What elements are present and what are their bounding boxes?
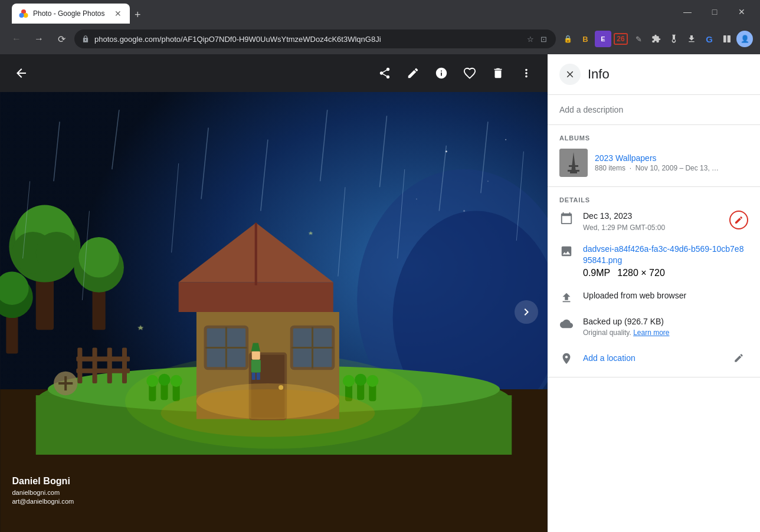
upload-detail-content: Uploaded from web browser [583,290,748,302]
svg-point-67 [343,375,355,387]
upload-source: Uploaded from web browser [583,290,748,302]
tab-strip: Photo - Google Photos ✕ + [12,0,669,24]
dimensions: 1280 × 720 [617,268,665,278]
profile-avatar[interactable]: 👤 [736,31,753,47]
close-button[interactable]: ✕ [728,0,755,24]
location-icon [559,352,574,365]
photo-time: Wed, 1:29 PM GMT-05:00 [583,224,720,232]
backup-detail-row: Backed up (926.7 KB) Original quality. L… [559,316,748,337]
album-name: 2023 Wallpapers [595,153,748,163]
more-options-button[interactable] [515,61,538,85]
file-detail-content: dadvsei-a84f426a-fa3c-49d6-b569-10cb7e89… [583,244,748,278]
cast-icon[interactable]: ⊡ [538,34,549,44]
next-photo-button[interactable] [515,300,538,324]
reload-button[interactable]: ⟳ [52,29,71,48]
extension-icon-4[interactable]: 26 [612,31,629,47]
edit-location-button[interactable] [729,349,748,367]
browser-frame: Photo - Google Photos ✕ + — □ ✕ ← → ⟳ ph… [0,0,760,532]
share-button[interactable] [373,61,397,85]
extension-icon-2[interactable]: B [577,31,594,47]
back-button[interactable]: ← [7,29,26,48]
window-buttons: — □ ✕ [674,0,755,24]
sidebar-icon[interactable] [719,31,735,47]
svg-point-2 [19,13,24,18]
extensions-puzzle[interactable] [648,31,664,47]
svg-point-1 [24,13,28,18]
learn-more-link[interactable]: Learn more [633,329,669,337]
file-specs: 0.9MP 1280 × 720 [583,268,748,278]
new-tab-button[interactable]: + [130,6,146,24]
info-button[interactable] [430,61,453,85]
svg-text:art@danielbogni.com: art@danielbogni.com [12,498,74,505]
back-to-photos-button[interactable] [9,61,33,85]
file-icon [559,245,574,258]
svg-marker-45 [179,283,333,312]
add-location-button[interactable]: Add a location [583,353,635,363]
edit-button[interactable] [401,61,425,85]
google-icon[interactable]: G [701,31,718,47]
backup-detail-content: Backed up (926.7 KB) Original quality. L… [583,316,748,337]
favorite-button[interactable] [458,61,481,85]
svg-rect-96 [568,170,579,172]
svg-text:danielbogni.com: danielbogni.com [12,489,60,496]
svg-rect-4 [728,35,730,42]
bookmark-icon[interactable]: ☆ [525,34,536,44]
file-detail-row: dadvsei-a84f426a-fa3c-49d6-b569-10cb7e89… [559,244,748,278]
album-thumbnail [559,149,588,177]
content-area: Daniel Bogni danielbogni.com art@danielb… [0,54,760,532]
album-meta: 880 items · Nov 10, 2009 – Dec 13, … [595,164,748,172]
svg-point-72 [160,389,375,437]
title-bar: Photo - Google Photos ✕ + — □ ✕ [0,0,760,24]
album-item[interactable]: 2023 Wallpapers 880 items · Nov 10, 2009… [559,149,748,177]
add-description-button[interactable]: Add a description [559,105,623,114]
description-section: Add a description [548,95,760,125]
backup-quality: Original quality. Learn more [583,329,748,337]
svg-rect-73 [251,360,261,373]
info-close-button[interactable] [559,64,581,85]
upload-detail-row: Uploaded from web browser [559,290,748,304]
svg-rect-3 [723,35,726,42]
url-icons: ☆ ⊡ [525,34,549,44]
date-detail-content: Dec 13, 2023 Wed, 1:29 PM GMT-05:00 [583,211,720,232]
svg-point-71 [366,375,378,387]
svg-point-63 [158,374,170,386]
minimize-button[interactable]: — [674,0,701,24]
details-label: DETAILS [559,196,748,203]
location-content: Add a location [583,353,720,363]
active-tab[interactable]: Photo - Google Photos ✕ [12,4,130,24]
svg-rect-38 [77,347,82,383]
info-header: Info [548,54,760,95]
edit-date-button[interactable] [729,211,748,229]
svg-rect-39 [93,347,97,383]
upload-icon [559,291,574,304]
photo-toolbar [0,54,548,92]
delete-button[interactable] [486,61,510,85]
marker [54,372,77,395]
album-info: 2023 Wallpapers 880 items · Nov 10, 2009… [595,153,748,172]
url-bar[interactable]: photos.google.com/photo/AF1QipO7NDf0-H9W… [74,29,556,48]
svg-rect-74 [252,352,260,360]
download-icon[interactable] [683,31,700,47]
info-title: Info [588,67,610,82]
extension-icon-5[interactable]: ✎ [630,31,647,47]
svg-point-61 [146,375,158,387]
tab-close-button[interactable]: ✕ [113,9,123,18]
albums-section: ALBUMS 2023 Wallpapers [548,125,760,187]
filename: dadvsei-a84f426a-fa3c-49d6-b569-10cb7e89… [583,244,748,267]
maximize-button[interactable]: □ [701,0,728,24]
extension-icon-3[interactable]: E [595,31,611,47]
svg-rect-76 [252,373,255,380]
url-text: photos.google.com/photo/AF1QipO7NDf0-H9W… [94,35,520,44]
photo-display: Daniel Bogni danielbogni.com art@danielb… [0,92,548,532]
svg-rect-43 [76,369,130,373]
flask-icon[interactable] [666,31,682,47]
svg-rect-77 [257,373,260,380]
photo-image: Daniel Bogni danielbogni.com art@danielb… [0,92,548,532]
forward-button[interactable]: → [30,29,48,48]
svg-rect-42 [76,357,130,362]
browser-toolbar: 🔒 B E 26 ✎ G 👤 [559,31,753,47]
svg-point-31 [36,232,78,274]
svg-rect-41 [122,347,127,383]
extension-icon-1[interactable]: 🔒 [559,31,576,47]
svg-rect-95 [569,165,578,167]
